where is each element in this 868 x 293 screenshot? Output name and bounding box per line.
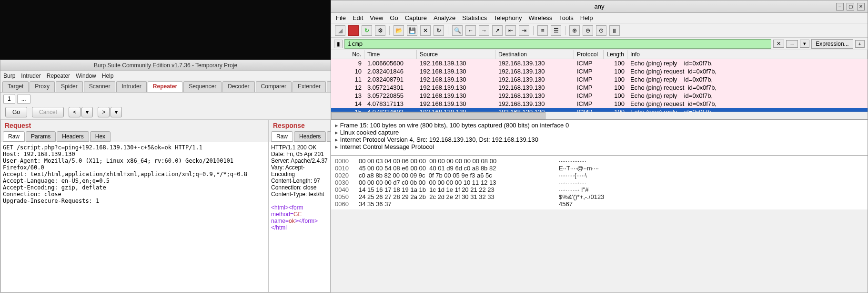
resize-columns-icon[interactable]: ⫼	[609, 25, 620, 36]
tree-item[interactable]: Internet Protocol Version 4, Src: 192.16…	[335, 136, 864, 143]
hex-line[interactable]: 003000 00 00 00 d7 c0 0b 00 00 00 00 00 …	[335, 179, 864, 186]
zoom-out-icon[interactable]: ⊖	[583, 25, 593, 36]
ws-menu-view[interactable]: View	[370, 14, 383, 21]
go-first-icon[interactable]: ⇤	[505, 25, 516, 36]
hex-line[interactable]: 001045 00 00 54 08 e6 00 00 40 01 d9 6d …	[335, 165, 864, 172]
repeater-subtab-1[interactable]: 1	[3, 94, 15, 104]
hex-line[interactable]: 0020c0 a8 8b 82 00 00 09 9c 0f 7b 00 05 …	[335, 172, 864, 179]
tab-scanner[interactable]: Scanner	[84, 81, 116, 92]
ws-menu-help[interactable]: Help	[580, 14, 593, 21]
find-packet-icon[interactable]: 🔍	[452, 25, 463, 36]
open-file-icon[interactable]: 📂	[394, 25, 404, 36]
burp-menu-help[interactable]: Help	[102, 73, 114, 79]
ws-menu-edit[interactable]: Edit	[353, 14, 363, 21]
hex-line[interactable]: 006034 35 36 374567	[335, 200, 864, 208]
packet-row[interactable]: 91.006605600192.168.139.130192.168.139.1…	[331, 59, 868, 67]
reload-icon[interactable]: ↻	[434, 25, 444, 36]
go-button[interactable]: Go	[5, 107, 27, 117]
tab-proxy[interactable]: Proxy	[30, 81, 55, 92]
autoscroll-icon[interactable]: ≡	[537, 25, 548, 36]
go-forward-icon[interactable]: →	[479, 25, 489, 36]
burp-menu-intruder[interactable]: Intruder	[21, 73, 40, 79]
filter-bookmark-icon[interactable]: ▮	[334, 40, 343, 48]
tab-sequencer[interactable]: Sequencer	[183, 81, 222, 92]
col-destination[interactable]: Destination	[495, 50, 574, 59]
response-raw-text[interactable]: HTTP/1.1 200 OK Date: Fri, 05 Apr 201 Se…	[269, 142, 330, 292]
tab-comparer[interactable]: Comparer	[256, 81, 292, 92]
col-source[interactable]: Source	[417, 50, 495, 59]
maximize-icon[interactable]: ▢	[847, 3, 854, 10]
ws-menu-telephony[interactable]: Telephony	[494, 14, 522, 21]
tab-target[interactable]: Target	[2, 81, 29, 92]
hex-line[interactable]: 004014 15 16 17 18 19 1a 1b 1c 1d 1e 1f …	[335, 186, 864, 193]
packet-row[interactable]: 144.078317113192.168.139.130192.168.139.…	[331, 100, 868, 108]
packet-details-pane[interactable]: Frame 15: 100 bytes on wire (800 bits), …	[331, 120, 868, 156]
tab-extender[interactable]: Extender	[293, 81, 326, 92]
tab-repeater[interactable]: Repeater	[148, 81, 182, 92]
nav-next-button[interactable]: >	[98, 107, 110, 117]
req-tab-params[interactable]: Params	[26, 131, 56, 142]
tab-intruder[interactable]: Intruder	[116, 81, 146, 92]
go-back-icon[interactable]: ←	[465, 25, 476, 36]
tab-decoder[interactable]: Decoder	[222, 81, 254, 92]
go-last-icon[interactable]: ⇥	[519, 25, 529, 36]
packet-row[interactable]: 102.032401846192.168.139.130192.168.139.…	[331, 67, 868, 75]
packet-list-pane[interactable]: No. Time Source Destination Protocol Len…	[331, 50, 868, 112]
add-filter-button[interactable]: +	[855, 40, 865, 48]
ws-menu-wireless[interactable]: Wireless	[528, 14, 552, 21]
resp-tab-headers[interactable]: Headers	[294, 131, 326, 142]
display-filter-input[interactable]	[344, 39, 771, 49]
ws-menu-statistics[interactable]: Statistics	[462, 14, 487, 21]
restart-capture-icon[interactable]: ↻	[362, 25, 372, 36]
nav-next-dropdown[interactable]: ▾	[111, 107, 122, 117]
go-to-packet-icon[interactable]: ↗	[492, 25, 503, 36]
hex-line[interactable]: 000000 00 03 04 00 06 00 00 00 00 00 00 …	[335, 157, 864, 165]
capture-options-icon[interactable]: ⚙	[375, 25, 385, 36]
req-tab-raw[interactable]: Raw	[3, 131, 25, 142]
ws-menu-file[interactable]: File	[336, 14, 346, 21]
burp-menu-repeater[interactable]: Repeater	[47, 73, 70, 79]
cancel-button[interactable]: Cancel	[32, 107, 64, 117]
stop-capture-icon[interactable]	[348, 25, 359, 36]
packet-row[interactable]: 112.032408791192.168.139.130192.168.139.…	[331, 75, 868, 84]
req-tab-hex[interactable]: Hex	[90, 131, 111, 142]
request-raw-text[interactable]: GET /script.php?c=ping+192.168.139.130+-…	[1, 142, 268, 292]
tab-spider[interactable]: Spider	[56, 81, 83, 92]
col-info[interactable]: Info	[627, 50, 868, 59]
apply-filter-icon[interactable]: →	[786, 40, 798, 48]
nav-prev-button[interactable]: <	[69, 107, 81, 117]
save-file-icon[interactable]: 💾	[407, 25, 417, 36]
resp-tab-raw[interactable]: Raw	[271, 131, 293, 142]
col-no[interactable]: No.	[331, 50, 364, 59]
clear-filter-icon[interactable]: ✕	[773, 40, 784, 48]
repeater-subtab-more[interactable]: ...	[17, 94, 30, 104]
packet-bytes-pane[interactable]: 000000 00 03 04 00 06 00 00 00 00 00 00 …	[331, 156, 868, 209]
packet-row[interactable]: 154.078324693192.168.139.130192.168.139.…	[331, 108, 868, 112]
burp-menu-window[interactable]: Window	[76, 73, 96, 79]
close-file-icon[interactable]: ✕	[420, 25, 431, 36]
nav-prev-dropdown[interactable]: ▾	[81, 107, 93, 117]
start-capture-icon[interactable]: ◢	[335, 25, 345, 36]
ws-menu-analyze[interactable]: Analyze	[434, 14, 455, 21]
packet-list-scrollbar[interactable]	[331, 112, 868, 120]
packet-row[interactable]: 133.057220855192.168.139.130192.168.139.…	[331, 92, 868, 100]
close-icon[interactable]: ✕	[857, 3, 865, 10]
colorize-icon[interactable]: ☰	[551, 25, 561, 36]
hex-line[interactable]: 005024 25 26 27 28 29 2a 2b 2c 2d 2e 2f …	[335, 193, 864, 200]
tree-item[interactable]: Linux cooked capture	[335, 129, 864, 136]
col-protocol[interactable]: Protocol	[574, 50, 604, 59]
expression-button[interactable]: Expression...	[811, 39, 853, 49]
ws-menu-go[interactable]: Go	[390, 14, 398, 21]
tree-item[interactable]: Internet Control Message Protocol	[335, 143, 864, 150]
ws-menu-capture[interactable]: Capture	[405, 14, 427, 21]
col-time[interactable]: Time	[364, 50, 417, 59]
filter-dropdown-icon[interactable]: ▾	[800, 40, 809, 48]
packet-row[interactable]: 123.057214301192.168.139.130192.168.139.…	[331, 84, 868, 92]
ws-menu-tools[interactable]: Tools	[559, 14, 573, 21]
zoom-in-icon[interactable]: ⊕	[569, 25, 580, 36]
tree-item[interactable]: Frame 15: 100 bytes on wire (800 bits), …	[335, 122, 864, 129]
zoom-reset-icon[interactable]: ⊙	[596, 25, 606, 36]
burp-menu-burp[interactable]: Burp	[3, 73, 15, 79]
minimize-icon[interactable]: –	[836, 3, 844, 10]
req-tab-headers[interactable]: Headers	[57, 131, 89, 142]
